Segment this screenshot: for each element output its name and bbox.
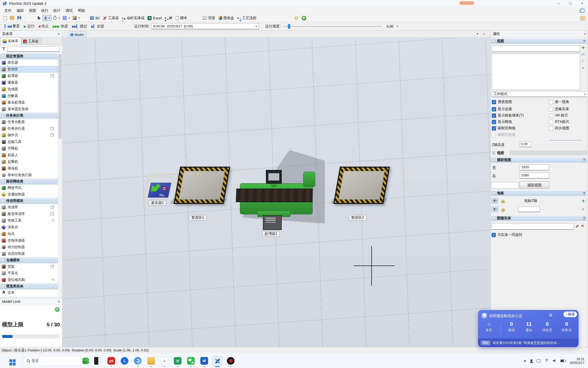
library-item-crane[interactable]: 起重机 — [0, 158, 58, 165]
scrollbar-thumb[interactable] — [59, 54, 62, 139]
work-mode-select[interactable]: 工作模式 ▾ — [492, 91, 587, 97]
library-group-visual[interactable]: 视觉类实体 — [0, 283, 58, 289]
section-view-header[interactable]: 视图 ? — [491, 38, 587, 44]
queue1-object[interactable] — [174, 167, 230, 204]
checkbox-rotate-with-object[interactable]: 与实体一同旋转 — [492, 233, 522, 237]
checkbox-icon[interactable] — [492, 113, 496, 118]
minimize-button[interactable]: – — [553, 0, 565, 7]
search-highlight-plant-icon[interactable] — [82, 357, 90, 365]
checkbox-icon[interactable] — [492, 100, 496, 104]
copy-icon[interactable] — [50, 212, 54, 215]
menu-debug[interactable]: 调试 — [63, 8, 75, 14]
z-height-input[interactable]: 0.00 — [520, 142, 531, 147]
visibility-button[interactable] — [492, 198, 498, 204]
help-icon[interactable]: ? — [583, 39, 585, 43]
taskbar-clock[interactable]: 18:11 2025/3/17 — [570, 357, 584, 365]
taskbar-app-jianying[interactable]: ♪ — [158, 354, 171, 367]
draw-shape-button[interactable]: ▾ — [61, 15, 71, 21]
library-item-massflow[interactable]: 散货传送带 — [0, 211, 58, 217]
library-group-conveyors[interactable]: 传送带模块 — [0, 198, 58, 204]
save-model-button[interactable] — [16, 15, 23, 21]
library-group-fixed-resources[interactable]: 固定资源类 — [0, 53, 58, 59]
open-model-button[interactable] — [8, 16, 16, 20]
menu-edit[interactable]: 编辑 — [14, 8, 26, 14]
close-button[interactable]: × — [576, 0, 588, 7]
checkbox-show-connections[interactable]: 显示连接 — [492, 107, 512, 111]
refresh-icon[interactable]: ↻ — [581, 58, 585, 64]
chevron-down-icon[interactable]: ▾ — [48, 17, 50, 19]
library-item-slotpainter[interactable]: 货位格式刷✎ — [0, 277, 58, 283]
collapse-icon[interactable] — [1, 114, 5, 117]
excel-button[interactable]: XExcel — [146, 15, 163, 21]
checkbox-icon[interactable] — [492, 120, 496, 124]
skip-button[interactable]: ▶▶▎跳过 — [70, 23, 89, 29]
taskbar-app-recorder[interactable] — [224, 354, 237, 367]
checkbox-snap-to-grid[interactable]: 吸附至网格 — [492, 126, 516, 131]
stat-after-sale[interactable]: 0 待售后 — [558, 321, 575, 332]
copy-icon[interactable] — [50, 206, 54, 209]
tray-expand-icon[interactable]: ∧ — [524, 359, 526, 363]
fast-forward-button[interactable]: ▶▶▶快进 — [51, 23, 70, 29]
taskbar-app-youdao[interactable]: yd — [105, 354, 118, 367]
close-icon[interactable]: × — [58, 300, 60, 304]
checkbox-ignore-objects[interactable]: 忽略实体 — [549, 107, 569, 111]
library-item-basic-te[interactable]: 基本任务执行器 — [0, 172, 58, 178]
section-capture-header[interactable]: 捕获视图 ? — [491, 157, 587, 163]
slider-handle[interactable] — [288, 24, 290, 29]
wifi-icon[interactable] — [545, 359, 548, 363]
expand-icon[interactable] — [492, 151, 495, 155]
section-follow-header[interactable]: 跟随实体 ? — [491, 215, 587, 221]
checkbox-snap-to-background[interactable]: 吸附到背景 — [492, 133, 516, 137]
more-icon[interactable]: ⋯ — [542, 208, 545, 211]
temp-entity-button[interactable]: 临时实体箱 — [120, 15, 146, 21]
processor-top-cap[interactable] — [303, 172, 315, 187]
checkbox-template-inheritance[interactable]: 显示模板继承(T) — [492, 113, 524, 118]
library-item-trafficcontrol[interactable]: 交通控制器 — [0, 191, 58, 198]
display-icon[interactable] — [537, 359, 541, 362]
library-item-elevator[interactable]: 升降机 — [0, 145, 58, 152]
library-item-combiner[interactable]: 合成器 — [0, 86, 58, 93]
menu-execute[interactable]: 执行 — [39, 8, 51, 14]
checkbox-icon[interactable] — [549, 113, 553, 118]
visibility-button[interactable] — [492, 206, 498, 212]
checkbox-icon[interactable] — [492, 233, 496, 237]
chevron-down-icon[interactable]: ▾ — [78, 17, 80, 19]
library-item-basic-fr[interactable]: 基本固定实体 — [0, 106, 58, 112]
library-group-path-networks[interactable]: 路径网络类 — [0, 178, 58, 185]
chevron-down-icon[interactable]: ▾ — [68, 17, 70, 19]
maximize-button[interactable]: □ — [565, 0, 576, 7]
library-item-operator[interactable]: 操作员 — [0, 132, 58, 139]
capture-filename-field[interactable] — [492, 182, 519, 189]
library-item-decisionpoint[interactable]: 决策点 — [0, 224, 58, 231]
panel-scrollbar[interactable] — [587, 31, 588, 347]
checkbox-vr-mode[interactable]: VR 模式 — [549, 113, 568, 118]
library-item-robot[interactable]: 机器人 — [0, 152, 58, 158]
menu-help[interactable]: 帮助 — [76, 8, 87, 14]
chevron-down-icon[interactable]: ▾ — [397, 25, 398, 28]
tab-model[interactable]: Model — [68, 31, 86, 38]
eyedropper-icon[interactable]: ✎ — [574, 224, 580, 228]
lock-button[interactable] — [500, 198, 506, 204]
view-name-input[interactable] — [492, 45, 580, 52]
copy-icon[interactable] — [50, 265, 54, 268]
help-icon[interactable]: ? — [583, 216, 585, 220]
processor-belt[interactable] — [236, 189, 313, 202]
capture-width-input[interactable]: 1920 — [520, 164, 549, 170]
queue2-object[interactable] — [333, 167, 390, 204]
add-view-button[interactable]: + — [582, 46, 585, 50]
library-item-sink[interactable]: 吸收器 — [0, 79, 58, 86]
lock-button[interactable] — [500, 206, 506, 212]
stat-notifications[interactable]: 11 通知 — [520, 321, 538, 332]
run-button[interactable]: ▶运行 — [22, 23, 36, 29]
library-filter-input[interactable] — [7, 47, 59, 52]
library-item-processor[interactable]: 处理器 — [0, 73, 58, 79]
taskbar-app-explorer[interactable] — [144, 354, 158, 367]
script-button[interactable]: 脚本 — [174, 15, 189, 21]
library-item-separator[interactable]: 分解器 — [0, 93, 58, 99]
checkbox-sync-views[interactable]: 同步视图 — [549, 126, 569, 131]
tab-toolbox[interactable]: 工具箱 — [21, 38, 42, 45]
section-view2-header[interactable]: 视图 — [491, 150, 587, 156]
copy-icon[interactable] — [50, 127, 54, 130]
capture-height-input[interactable]: 1080 — [520, 172, 549, 179]
library-item-dispatcher[interactable]: 任务分配器 — [0, 119, 58, 125]
